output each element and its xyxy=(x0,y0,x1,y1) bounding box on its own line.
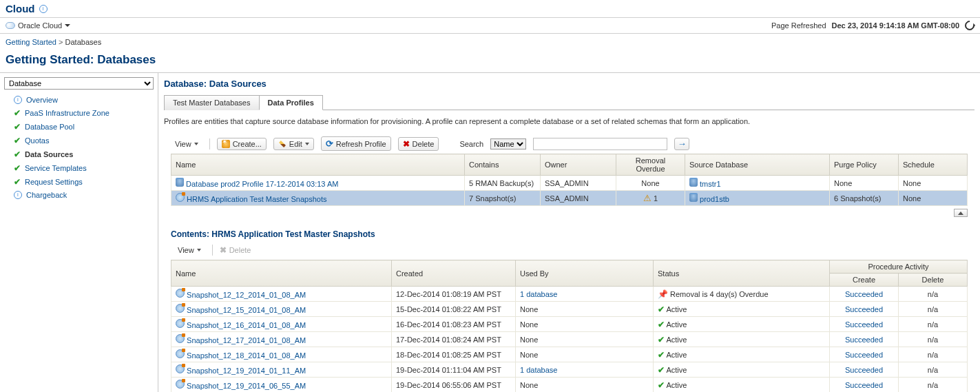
info-icon[interactable]: i xyxy=(39,5,48,13)
separator xyxy=(209,138,210,149)
search-go-button[interactable]: → xyxy=(674,138,689,150)
sidebar-item-label: PaaS Infrastructure Zone xyxy=(25,109,110,117)
table-row[interactable]: Snapshot_12_12_2014_01_08_AM12-Dec-2014 … xyxy=(171,287,968,302)
profile-name-link[interactable]: HRMS Application Test Master Snapshots xyxy=(187,195,326,203)
table-row[interactable]: Database prod2 Profile 17-12-2014 03:13 … xyxy=(171,176,968,191)
col-proc-create[interactable]: Create xyxy=(830,274,899,287)
snapshot-name-link[interactable]: Snapshot_12_12_2014_01_08_AM xyxy=(187,291,306,299)
col-created[interactable]: Created xyxy=(392,260,516,287)
col-procedure[interactable]: Procedure Activity xyxy=(830,260,968,274)
table-row[interactable]: Snapshot_12_19_2014_01_11_AM19-Dec-2014 … xyxy=(171,362,968,378)
snapshot-name-link[interactable]: Snapshot_12_18_2014_01_08_AM xyxy=(187,351,306,360)
pencil-icon xyxy=(279,141,286,147)
crumb-getting-started[interactable]: Getting Started xyxy=(6,38,56,46)
warning-icon xyxy=(643,193,651,203)
used-by-link[interactable]: 1 database xyxy=(520,290,557,298)
table-row[interactable]: HRMS Application Test Master Snapshots7 … xyxy=(171,191,968,206)
col-usedby[interactable]: Used By xyxy=(516,260,654,287)
table-row[interactable]: Snapshot_12_16_2014_01_08_AM16-Dec-2014 … xyxy=(171,317,968,332)
snapshot-icon xyxy=(176,304,185,313)
info-icon: i xyxy=(14,96,22,104)
snapshot-icon xyxy=(176,364,185,373)
page-header-title: Cloud xyxy=(6,3,35,14)
tabs: Test Master Databases Data Profiles xyxy=(164,94,974,110)
chevron-down-icon xyxy=(305,143,309,145)
col-schedule[interactable]: Schedule xyxy=(899,154,968,176)
snapshot-name-link[interactable]: Snapshot_12_16_2014_01_08_AM xyxy=(187,321,306,329)
sidebar-item-chargeback[interactable]: iChargeback xyxy=(4,189,154,201)
cloud-menu-label: Oracle Cloud xyxy=(18,21,62,30)
sidebar-item-request-settings[interactable]: ✔Request Settings xyxy=(4,175,154,189)
sidebar-item-label: Chargeback xyxy=(26,191,67,199)
snapshot-name-link[interactable]: Snapshot_12_19_2014_06_55_AM xyxy=(187,382,306,390)
sidebar-select[interactable]: Database xyxy=(4,77,154,90)
snapshot-name-link[interactable]: Snapshot_12_15_2014_01_08_AM xyxy=(187,306,306,314)
database-icon xyxy=(689,178,698,187)
snapshot-icon xyxy=(176,334,185,343)
contents-delete-button: ✖ Delete xyxy=(220,245,251,255)
tab-test-master[interactable]: Test Master Databases xyxy=(164,95,260,110)
col-owner[interactable]: Owner xyxy=(541,154,616,176)
col-overdue[interactable]: Removal Overdue xyxy=(616,154,685,176)
search-input[interactable] xyxy=(533,138,667,150)
sidebar-item-quotas[interactable]: ✔Quotas xyxy=(4,134,154,147)
crumb-databases: Databases xyxy=(65,38,102,46)
delete-button[interactable]: ✖ Delete xyxy=(398,137,439,151)
used-by-link[interactable]: 1 database xyxy=(520,366,557,374)
table-row[interactable]: Snapshot_12_17_2014_01_08_AM17-Dec-2014 … xyxy=(171,332,968,347)
source-db-link[interactable]: prod1stb xyxy=(700,195,729,203)
edit-button[interactable]: Edit xyxy=(273,138,314,150)
contents-title: Contents: HRMS Application Test Master S… xyxy=(164,217,974,242)
table-row[interactable]: Snapshot_12_19_2014_06_55_AM19-Dec-2014 … xyxy=(171,378,968,393)
col-status[interactable]: Status xyxy=(654,260,830,287)
sidebar-item-data-sources[interactable]: ✔Data Sources xyxy=(4,147,154,161)
tab-data-profiles[interactable]: Data Profiles xyxy=(259,95,323,110)
refresh-icon[interactable] xyxy=(963,19,977,32)
check-icon xyxy=(658,320,665,329)
search-label: Search xyxy=(459,140,483,148)
check-icon xyxy=(658,335,665,344)
view-menu[interactable]: View xyxy=(171,138,202,149)
proc-create-link[interactable]: Succeeded xyxy=(845,305,883,313)
col-source[interactable]: Source Database xyxy=(685,154,830,176)
proc-create-link[interactable]: Succeeded xyxy=(845,336,883,344)
snapshot-name-link[interactable]: Snapshot_12_17_2014_01_08_AM xyxy=(187,336,306,344)
sidebar-item-label: Quotas xyxy=(25,136,49,145)
snapshot-icon xyxy=(176,319,185,328)
sidebar: Database iOverview✔PaaS Infrastructure Z… xyxy=(0,72,158,392)
table-row[interactable]: Snapshot_12_15_2014_01_08_AM15-Dec-2014 … xyxy=(171,302,968,317)
collapse-toggle[interactable] xyxy=(954,209,968,217)
refresh-profile-button[interactable]: ⟳ Refresh Profile xyxy=(321,136,391,151)
proc-create-link[interactable]: Succeeded xyxy=(845,320,883,329)
snapshot-name-link[interactable]: Snapshot_12_19_2014_01_11_AM xyxy=(187,367,306,375)
col-name[interactable]: Name xyxy=(171,260,392,287)
snapshot-icon xyxy=(176,349,185,358)
profiles-table: Name Contains Owner Removal Overdue Sour… xyxy=(171,154,968,206)
col-contains[interactable]: Contains xyxy=(465,154,541,176)
table-row[interactable]: Snapshot_12_18_2014_01_08_AM18-Dec-2014 … xyxy=(171,347,968,362)
proc-create-link[interactable]: Succeeded xyxy=(845,290,883,298)
cloud-menu[interactable]: Oracle Cloud xyxy=(6,21,70,30)
col-proc-delete[interactable]: Delete xyxy=(899,274,968,287)
sidebar-item-paas-infrastructure-zone[interactable]: ✔PaaS Infrastructure Zone xyxy=(4,106,154,120)
contents-view-menu[interactable]: View xyxy=(174,245,205,256)
check-icon xyxy=(658,380,665,390)
sidebar-item-label: Data Sources xyxy=(25,150,73,158)
proc-create-link[interactable]: Succeeded xyxy=(845,381,883,389)
proc-create-link[interactable]: Succeeded xyxy=(845,351,883,359)
col-name[interactable]: Name xyxy=(171,154,465,176)
check-icon: ✔ xyxy=(14,163,21,173)
proc-create-link[interactable]: Succeeded xyxy=(845,366,883,374)
database-icon xyxy=(689,193,698,202)
create-button[interactable]: Create... xyxy=(217,138,267,150)
check-icon: ✔ xyxy=(14,122,21,132)
sidebar-item-overview[interactable]: iOverview xyxy=(4,94,154,106)
snapshot-icon xyxy=(176,193,185,202)
source-db-link[interactable]: tmstr1 xyxy=(700,180,721,188)
sidebar-item-service-templates[interactable]: ✔Service Templates xyxy=(4,161,154,175)
check-icon: ✔ xyxy=(14,149,21,159)
col-purge[interactable]: Purge Policy xyxy=(830,154,899,176)
search-by-select[interactable]: Name xyxy=(490,138,526,149)
sidebar-item-database-pool[interactable]: ✔Database Pool xyxy=(4,120,154,134)
profile-name-link[interactable]: Database prod2 Profile 17-12-2014 03:13 … xyxy=(186,180,338,188)
